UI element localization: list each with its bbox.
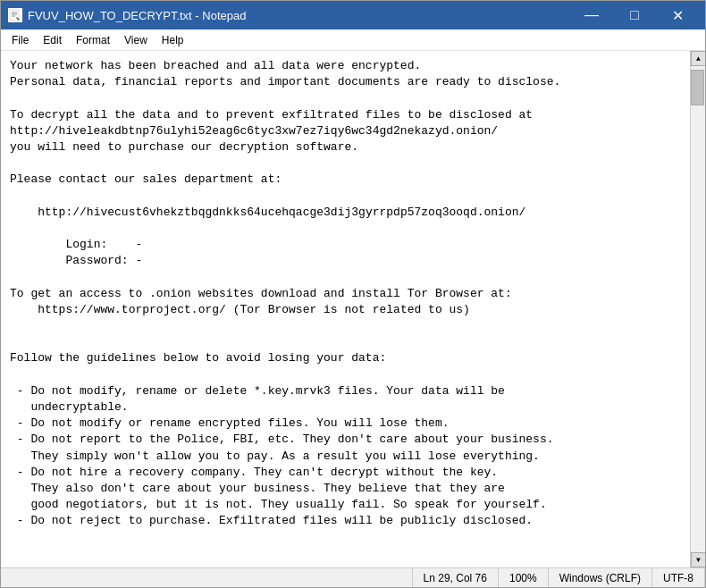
window-title: FVUV_HOW_TO_DECRYPT.txt - Notepad (28, 9, 246, 22)
maximize-button[interactable]: □ (614, 4, 655, 26)
menu-format[interactable]: Format (69, 32, 117, 48)
status-zoom: 100% (499, 568, 549, 587)
vertical-scrollbar[interactable]: ▲ ▼ (690, 51, 705, 567)
status-position (1, 568, 413, 587)
title-bar: FVUV_HOW_TO_DECRYPT.txt - Notepad — □ ✕ (1, 1, 705, 29)
close-button[interactable]: ✕ (657, 4, 698, 26)
menu-edit[interactable]: Edit (36, 32, 69, 48)
status-line-col: Ln 29, Col 76 (413, 568, 499, 587)
content-area: Your network has been breached and all d… (1, 51, 705, 567)
menu-bar: File Edit Format View Help (1, 29, 705, 51)
notepad-window: FVUV_HOW_TO_DECRYPT.txt - Notepad — □ ✕ … (0, 0, 706, 588)
menu-file[interactable]: File (4, 32, 36, 48)
scroll-track[interactable] (691, 66, 705, 552)
status-bar: Ln 29, Col 76 100% Windows (CRLF) UTF-8 (1, 567, 705, 587)
menu-view[interactable]: View (117, 32, 155, 48)
minimize-button[interactable]: — (571, 4, 612, 26)
menu-help[interactable]: Help (155, 32, 191, 48)
status-line-ending: Windows (CRLF) (549, 568, 652, 587)
scroll-down-button[interactable]: ▼ (691, 552, 705, 567)
status-encoding: UTF-8 (652, 568, 705, 587)
text-editor[interactable]: Your network has been breached and all d… (1, 51, 690, 567)
scroll-up-button[interactable]: ▲ (691, 51, 705, 66)
scroll-thumb[interactable] (691, 70, 704, 105)
title-bar-left: FVUV_HOW_TO_DECRYPT.txt - Notepad (8, 8, 246, 22)
app-icon (8, 8, 22, 22)
title-bar-controls: — □ ✕ (571, 4, 698, 26)
